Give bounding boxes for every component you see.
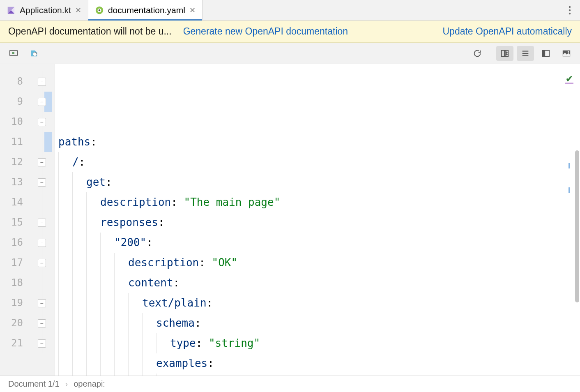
- change-marker: [44, 132, 52, 152]
- indent-guide: [58, 293, 72, 313]
- fold-toggle[interactable]: −: [38, 219, 46, 227]
- breadcrumb-path[interactable]: openapi:: [74, 379, 105, 389]
- fold-toggle[interactable]: −: [38, 299, 46, 307]
- code-line[interactable]: Example#1:: [58, 374, 574, 376]
- close-icon[interactable]: ✕: [189, 6, 196, 15]
- indent-guide: [72, 233, 86, 253]
- tab-bar: Application.kt ✕ documentation.yaml ✕: [0, 0, 580, 21]
- fold-row: [29, 192, 55, 212]
- editor-toolbar: [0, 43, 580, 64]
- code-line[interactable]: schema:: [58, 313, 574, 333]
- fold-toggle[interactable]: −: [38, 239, 46, 247]
- editor-only-view-button[interactable]: [496, 46, 513, 61]
- fold-row: −: [29, 172, 55, 192]
- scrollbar-thumb[interactable]: [575, 150, 579, 302]
- yaml-key: schema: [156, 313, 195, 333]
- tab-overflow-menu[interactable]: [559, 0, 580, 20]
- indent-guide: [58, 152, 72, 172]
- indent-guide: [86, 293, 100, 313]
- indent-guide: [128, 313, 142, 333]
- yaml-key: content: [128, 273, 173, 293]
- code-line[interactable]: get:: [58, 172, 574, 192]
- update-openapi-link[interactable]: Update OpenAPI automatically: [442, 26, 572, 37]
- line-number: 11: [0, 132, 29, 152]
- code-line[interactable]: "200":: [58, 233, 574, 253]
- fold-toggle[interactable]: −: [38, 339, 46, 348]
- notification-message: OpenAPI documentation will not be u...: [8, 26, 172, 37]
- yaml-punct: :: [207, 353, 214, 374]
- indent-guide: [156, 333, 170, 353]
- notification-bar: OpenAPI documentation will not be u... G…: [0, 21, 580, 43]
- fold-toggle[interactable]: −: [38, 259, 46, 267]
- indent-guide: [72, 353, 86, 374]
- indent-guide: [58, 253, 72, 273]
- indent-guide: [128, 374, 142, 376]
- yaml-punct: :: [228, 374, 235, 376]
- indent-guide: [72, 212, 86, 233]
- generate-openapi-link[interactable]: Generate new OpenAPI documentation: [183, 26, 348, 37]
- svg-point-3: [99, 9, 101, 11]
- yaml-punct: :: [195, 313, 201, 333]
- fold-row: −: [29, 112, 55, 132]
- line-number: 13: [0, 172, 29, 192]
- indent-guide: [72, 374, 86, 376]
- refresh-button[interactable]: [469, 46, 486, 61]
- tab-documentation-yaml[interactable]: documentation.yaml ✕: [88, 0, 203, 20]
- yaml-punct: :: [106, 172, 112, 192]
- code-area[interactable]: ✔ paths:/:get:description: "The main pag…: [55, 64, 574, 376]
- yaml-punct: :: [196, 333, 209, 353]
- yaml-string: "The main page": [184, 192, 281, 212]
- code-line[interactable]: content:: [58, 273, 574, 293]
- close-icon[interactable]: ✕: [75, 6, 81, 15]
- code-line[interactable]: responses:: [58, 212, 574, 233]
- fold-toggle[interactable]: −: [38, 78, 46, 86]
- indent-guide: [58, 374, 72, 376]
- fold-toggle[interactable]: −: [38, 319, 46, 327]
- indent-guide: [142, 333, 156, 353]
- inspection-ok-icon: ✔: [566, 68, 573, 88]
- code-line[interactable]: description: "OK": [58, 253, 574, 273]
- preview-only-button[interactable]: [537, 46, 555, 61]
- indent-guide: [142, 313, 156, 333]
- indent-guide: [86, 212, 100, 233]
- vertical-scrollbar[interactable]: [574, 64, 580, 376]
- code-line[interactable]: examples:: [58, 353, 574, 374]
- fold-row: −: [29, 212, 55, 233]
- indent-guide: [128, 333, 142, 353]
- yaml-punct: :: [146, 233, 153, 253]
- code-line[interactable]: paths:: [58, 132, 574, 152]
- indent-guide: [142, 374, 156, 376]
- run-preview-button[interactable]: [5, 46, 22, 61]
- editor[interactable]: 89101112131415161718192021 −−−−−−−−−−− ✔…: [0, 64, 580, 376]
- breadcrumb-doc[interactable]: Document 1/1: [8, 379, 60, 389]
- indent-guide: [72, 253, 86, 273]
- code-line[interactable]: description: "The main page": [58, 192, 574, 212]
- indent-guide: [114, 273, 128, 293]
- fold-toggle[interactable]: −: [38, 158, 46, 166]
- line-number: 21: [0, 333, 29, 353]
- tab-application-kt[interactable]: Application.kt ✕: [0, 0, 88, 20]
- svg-rect-9: [502, 50, 504, 56]
- fold-toggle[interactable]: −: [38, 98, 46, 106]
- indent-guide: [100, 233, 114, 253]
- indent-guide: [72, 172, 86, 192]
- editor-and-preview-button[interactable]: [517, 46, 534, 61]
- yaml-punct: :: [173, 273, 180, 293]
- fold-toggle[interactable]: −: [38, 118, 46, 126]
- indent-guide: [114, 253, 128, 273]
- indent-guide: [58, 313, 72, 333]
- kotlin-file-icon: [7, 6, 16, 15]
- svg-point-17: [568, 51, 569, 53]
- yaml-key: paths: [58, 132, 90, 152]
- indent-guide: [86, 333, 100, 353]
- fold-toggle[interactable]: −: [38, 178, 46, 187]
- code-line[interactable]: type: "string": [58, 333, 574, 353]
- image-view-button[interactable]: [558, 46, 575, 61]
- code-line[interactable]: text/plain:: [58, 293, 574, 313]
- code-line[interactable]: /:: [58, 152, 574, 172]
- fold-row: −: [29, 152, 55, 172]
- swagger-preview-button[interactable]: [25, 46, 43, 61]
- fold-column: −−−−−−−−−−−: [29, 64, 55, 376]
- yaml-punct: :: [171, 192, 184, 212]
- yaml-key: "200": [114, 233, 146, 253]
